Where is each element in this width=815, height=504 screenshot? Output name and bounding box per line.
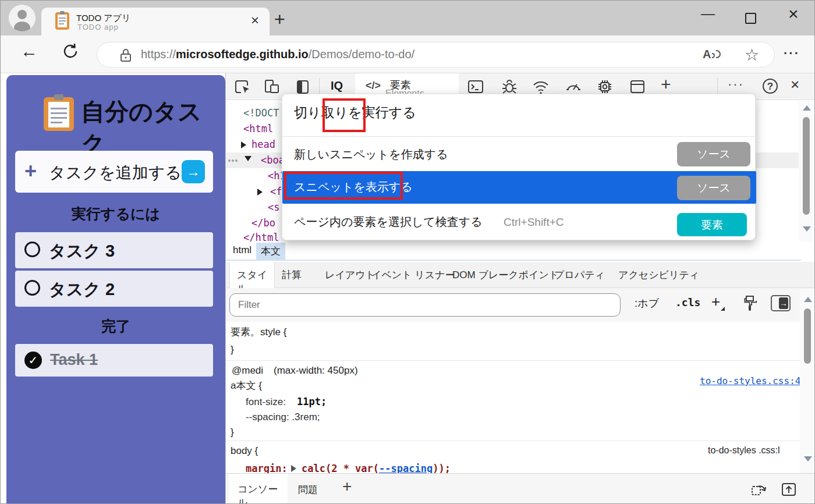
styles-filter-input[interactable] xyxy=(229,293,621,317)
tab-properties[interactable]: プロパティ xyxy=(554,268,605,282)
command-menu-item[interactable]: ページ内の要素を選択して検査する Ctrl+Shift+C 要素 xyxy=(282,205,756,241)
tab-console[interactable]: コンソール xyxy=(229,474,288,504)
tab-accessibility[interactable]: アクセシビリティ xyxy=(618,268,699,282)
dom-form[interactable]: <f xyxy=(270,186,282,197)
margin-var-link[interactable]: --spacing xyxy=(379,463,433,473)
media-selector[interactable]: a本文 { xyxy=(231,379,262,392)
url-text: https://microsoftedge.github.io/Demos/de… xyxy=(141,48,414,61)
scrollbar-thumb[interactable] xyxy=(803,117,810,215)
new-tab-button[interactable]: + xyxy=(274,9,285,30)
tab-dom-breakpoints[interactable]: DOM ブレークポイント xyxy=(452,268,559,282)
drawer-icon xyxy=(629,78,646,95)
scroll-up-icon[interactable] xyxy=(804,297,812,302)
expand-arrow-icon[interactable] xyxy=(241,141,246,148)
css-property-value[interactable]: 11pt; xyxy=(297,396,327,407)
devtools-more-button[interactable]: ··· xyxy=(728,77,744,92)
toolbar-divider xyxy=(319,78,320,95)
breadcrumb-item-html[interactable]: html xyxy=(233,244,251,256)
read-aloud-button[interactable]: A xyxy=(703,48,721,61)
tab-layout[interactable]: レイアウト xyxy=(325,268,375,282)
task-item[interactable]: タスク 3 xyxy=(15,232,213,268)
add-task-submit-button[interactable]: → xyxy=(182,160,205,183)
css-margin-value[interactable]: calc(2 * var(--spacing)); xyxy=(302,463,451,473)
task-item-done[interactable]: ✓ Task 1 xyxy=(15,344,213,377)
tab-favicon-clipboard-icon xyxy=(55,12,69,30)
media-at-prefix: @medi xyxy=(232,365,263,377)
dom-more-actions-icon[interactable] xyxy=(228,159,231,162)
stylesheet-link[interactable]: to-do-styles.css:40 xyxy=(700,375,801,386)
styles-scrollbar[interactable] xyxy=(800,289,815,473)
new-style-rule-button[interactable]: + xyxy=(711,293,720,311)
toggle-hov-button[interactable]: :ホブ xyxy=(635,296,659,310)
address-bar[interactable]: https://microsoftedge.github.io/Demos/de… xyxy=(97,42,775,68)
dom-body-close[interactable]: </bo xyxy=(251,217,275,229)
inspect-icon xyxy=(234,78,251,95)
inline-style-selector[interactable]: 要素。style { xyxy=(231,325,286,339)
browser-menu-button[interactable]: ··· xyxy=(784,46,800,61)
dom-html-open[interactable]: <html xyxy=(243,123,273,134)
sidebar-toggle-button[interactable]: → xyxy=(771,295,791,311)
dom-scrollbar[interactable] xyxy=(799,101,814,242)
devtools-close-button[interactable]: × xyxy=(791,76,799,94)
css-margin-name[interactable]: margin: xyxy=(246,463,288,473)
css-property-name[interactable]: font-size: xyxy=(246,396,286,408)
add-tools-button[interactable]: + xyxy=(661,74,671,94)
lock-icon xyxy=(119,48,132,62)
favorites-star-button[interactable]: ☆ xyxy=(745,45,759,65)
drawer-dock-button[interactable] xyxy=(750,481,767,498)
window-close-button[interactable]: × xyxy=(788,4,799,24)
browser-tab[interactable]: TODO アプリ TODO app × xyxy=(41,8,270,36)
title-bar: TODO アプリ TODO app × + — × xyxy=(1,1,815,36)
scroll-down-icon[interactable] xyxy=(804,456,812,462)
tab-close-button[interactable]: × xyxy=(251,12,259,29)
tab-event-listeners[interactable]: イベント リスナー xyxy=(371,268,455,282)
toggle-cls-button[interactable]: .cls xyxy=(675,296,700,308)
dom-body-open[interactable]: <boa xyxy=(261,154,285,166)
add-task-row[interactable]: + タスクを追加する → xyxy=(15,151,213,193)
body-rule-selector[interactable]: body { xyxy=(231,445,258,457)
task-checkbox-checked[interactable]: ✓ xyxy=(24,352,42,369)
stylesheet-link-body[interactable]: to-do-styles .css:l xyxy=(708,445,780,456)
tab-styles[interactable]: スタイル xyxy=(229,262,275,288)
inspect-element-button[interactable] xyxy=(234,78,251,95)
dom-script[interactable]: <s xyxy=(268,201,279,213)
debugger-button[interactable] xyxy=(501,78,518,95)
new-rule-dropdown-icon xyxy=(721,307,725,311)
scroll-down-icon[interactable] xyxy=(803,226,811,232)
expand-arrow-icon[interactable] xyxy=(257,189,263,196)
drawer-add-tab-button[interactable]: + xyxy=(342,477,352,496)
command-menu-item[interactable]: 新しいスニペットを作成する ソース xyxy=(282,137,756,171)
maximize-button[interactable] xyxy=(745,13,756,24)
add-task-label[interactable]: タスクを追加する xyxy=(49,162,182,184)
media-close-brace: } xyxy=(231,427,234,438)
console-tool-button[interactable] xyxy=(467,78,484,95)
minimize-button[interactable]: — xyxy=(701,5,715,22)
breadcrumb-item-body[interactable]: 本文 xyxy=(256,243,285,260)
task-checkbox[interactable] xyxy=(24,280,40,296)
performance-button[interactable] xyxy=(565,78,582,95)
network-button[interactable] xyxy=(532,78,550,95)
dom-head[interactable]: head xyxy=(251,139,275,150)
device-emulation-button[interactable] xyxy=(263,78,281,95)
memory-button[interactable] xyxy=(596,78,614,95)
collapse-arrow-icon[interactable] xyxy=(245,156,251,161)
back-button[interactable]: ← xyxy=(20,41,38,61)
profile-avatar[interactable] xyxy=(9,5,36,31)
scrollbar-thumb[interactable] xyxy=(804,308,811,364)
task-checkbox[interactable] xyxy=(24,242,40,257)
tab-computed[interactable]: 計算 xyxy=(282,268,302,282)
scroll-up-icon[interactable] xyxy=(803,105,811,111)
iq-label[interactable]: IQ xyxy=(331,79,343,93)
task-item[interactable]: タスク 2 xyxy=(15,271,213,307)
layout-tool-button[interactable] xyxy=(629,78,646,95)
tab-issues[interactable]: 問題 xyxy=(298,483,318,496)
css-custom-property[interactable]: --spacing: .3rem; xyxy=(246,411,320,423)
focus-mode-button[interactable] xyxy=(295,78,312,95)
rendering-brush-button[interactable] xyxy=(742,294,758,311)
dom-doctype[interactable]: <!DOCT xyxy=(243,107,279,119)
devtools-help-button[interactable]: ? xyxy=(763,79,778,94)
expand-value-arrow-icon[interactable] xyxy=(291,465,296,472)
drawer-expand-button[interactable] xyxy=(780,481,798,498)
refresh-button[interactable] xyxy=(62,42,79,60)
gauge-icon xyxy=(565,78,582,95)
